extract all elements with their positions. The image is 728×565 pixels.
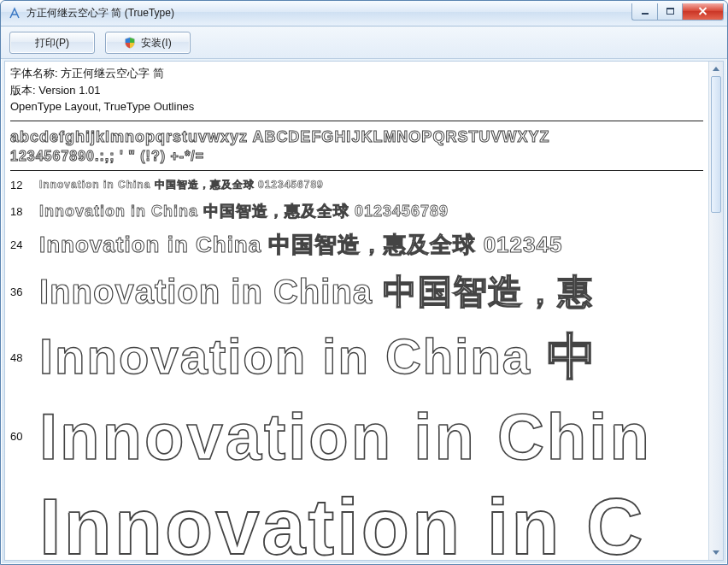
font-name-line: 字体名称: 方正何继云空心字 简: [10, 65, 703, 82]
divider-top: [10, 121, 703, 121]
titlebar[interactable]: 方正何继云空心字 简 (TrueType): [1, 1, 727, 26]
glyph-row-alpha: abcdefghijklmnopqrstuvwxyz ABCDEFGHIJKLM…: [10, 127, 703, 147]
sample-row-12: 12 Innovation in China 中国智造，惠及全球 0123456…: [10, 178, 703, 192]
window-title: 方正何继云空心字 简 (TrueType): [26, 6, 174, 21]
font-preview-window: 方正何继云空心字 简 (TrueType) 打印(P): [0, 0, 728, 565]
toolbar: 打印(P) 安装(I): [1, 26, 727, 59]
vertical-scrollbar[interactable]: [708, 62, 723, 560]
scroll-up-button[interactable]: [709, 62, 723, 76]
scroll-thumb[interactable]: [711, 76, 721, 213]
sample-text: Innovation in China 中国智造，惠及全球 012345: [39, 230, 703, 260]
sample-row-24: 24 Innovation in China 中国智造，惠及全球 012345: [10, 230, 703, 260]
sample-row-60: 60 Innovation in Chin: [10, 399, 703, 474]
chevron-up-icon: [713, 67, 719, 71]
sample-text: Innovation in C: [39, 482, 703, 560]
maximize-button[interactable]: [657, 3, 683, 21]
print-button-label: 打印(P): [35, 36, 69, 50]
print-button[interactable]: 打印(P): [9, 32, 95, 54]
size-label: 48: [10, 351, 27, 364]
scroll-down-button[interactable]: [709, 545, 723, 560]
sample-text: Innovation in China 中国智造，惠及全球 0123456789: [39, 201, 703, 221]
font-meta: 字体名称: 方正何继云空心字 简 版本: Version 1.01 OpenTy…: [10, 65, 703, 119]
chevron-down-icon: [713, 550, 719, 555]
size-label: 60: [10, 430, 27, 443]
sample-row-18: 18 Innovation in China 中国智造，惠及全球 0123456…: [10, 201, 703, 221]
glyph-row-symbols: 1234567890.:,; ' " (!?) +-*/=: [10, 147, 703, 166]
window-controls: [631, 3, 724, 21]
sample-text: Innovation in China 中国智造，惠及全球 0123456789: [39, 178, 703, 192]
sample-text: Innovation in China 中: [39, 324, 703, 391]
sample-text: Innovation in Chin: [39, 399, 703, 474]
sample-row-72: Innovation in C: [10, 482, 703, 560]
size-label: 18: [10, 205, 27, 218]
install-button-label: 安装(I): [141, 36, 171, 50]
size-label: 36: [10, 285, 27, 298]
sample-text: Innovation in China 中国智造，惠: [39, 268, 703, 315]
minimize-button[interactable]: [631, 3, 657, 21]
font-app-icon: [8, 7, 21, 21]
sample-row-48: 48 Innovation in China 中: [10, 324, 703, 391]
install-button[interactable]: 安装(I): [105, 32, 191, 54]
close-button[interactable]: [683, 3, 724, 21]
size-label: 12: [10, 179, 27, 191]
scroll-track[interactable]: [709, 76, 723, 545]
font-version-line: 版本: Version 1.01: [10, 82, 703, 99]
uac-shield-icon: [124, 37, 136, 49]
divider-mid: [10, 170, 703, 171]
size-label: 24: [10, 238, 27, 251]
font-layout-line: OpenType Layout, TrueType Outlines: [10, 98, 703, 115]
sample-row-36: 36 Innovation in China 中国智造，惠: [10, 268, 703, 315]
preview-scroll-area[interactable]: 字体名称: 方正何继云空心字 简 版本: Version 1.01 OpenTy…: [5, 62, 708, 560]
client-area: 字体名称: 方正何继云空心字 简 版本: Version 1.01 OpenTy…: [4, 61, 724, 561]
